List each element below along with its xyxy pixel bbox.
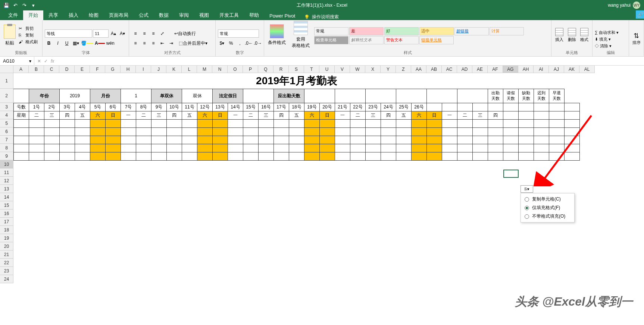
- cell[interactable]: [565, 144, 580, 152]
- col-header-Q[interactable]: Q: [258, 66, 273, 73]
- cell[interactable]: [228, 136, 243, 144]
- cell[interactable]: [14, 119, 29, 127]
- cell[interactable]: [473, 144, 488, 152]
- cell[interactable]: [167, 119, 182, 127]
- cell[interactable]: [182, 144, 197, 152]
- cell[interactable]: [90, 144, 106, 152]
- autofill-options-button[interactable]: ⎘ ▾: [520, 185, 533, 193]
- cell[interactable]: [14, 89, 29, 103]
- cell[interactable]: 应出勤天数: [274, 89, 304, 103]
- cell[interactable]: [473, 152, 488, 160]
- cell[interactable]: [381, 127, 396, 136]
- cell[interactable]: 六: [197, 111, 213, 119]
- cell[interactable]: [381, 152, 396, 160]
- comma-button[interactable]: ,: [236, 39, 244, 47]
- merge-button[interactable]: ⬚ 合并后居中 ▾: [176, 39, 210, 47]
- cell[interactable]: [90, 136, 106, 144]
- cell[interactable]: 10号: [167, 103, 182, 111]
- cell[interactable]: 早退 天数: [549, 89, 565, 103]
- cell[interactable]: [167, 127, 182, 136]
- cell[interactable]: [136, 127, 151, 136]
- cell[interactable]: [44, 136, 60, 144]
- cell[interactable]: [488, 103, 503, 111]
- cell[interactable]: [243, 89, 274, 103]
- increase-decimal-button[interactable]: .0←: [245, 39, 253, 47]
- cell[interactable]: [243, 144, 259, 152]
- col-header-X[interactable]: X: [365, 66, 381, 73]
- cell[interactable]: [320, 152, 335, 160]
- col-header-I[interactable]: I: [136, 66, 151, 73]
- cell[interactable]: 二: [136, 111, 151, 119]
- cell[interactable]: [136, 144, 151, 152]
- painter-button[interactable]: 🖌格式刷: [19, 39, 38, 45]
- cell[interactable]: [335, 144, 350, 152]
- col-header-B[interactable]: B: [29, 66, 44, 73]
- cell[interactable]: 日: [213, 111, 228, 119]
- col-header-K[interactable]: K: [166, 66, 182, 73]
- tab-file[interactable]: 文件: [3, 10, 23, 20]
- cell[interactable]: [44, 144, 60, 152]
- cell[interactable]: [29, 127, 44, 136]
- cell[interactable]: 23号: [366, 103, 381, 111]
- row-header-12[interactable]: 12: [0, 177, 13, 185]
- cell[interactable]: [427, 127, 442, 136]
- cell[interactable]: [304, 144, 320, 152]
- save-icon[interactable]: 💾: [3, 2, 10, 9]
- autosum-button[interactable]: ∑ 自动求和 ▾: [595, 30, 626, 35]
- cell[interactable]: [14, 127, 29, 136]
- cell[interactable]: [396, 152, 412, 160]
- cell[interactable]: [412, 152, 427, 160]
- wrap-text-button[interactable]: ↩ 自动换行: [172, 29, 198, 38]
- col-header-AK[interactable]: AK: [564, 66, 579, 73]
- cell[interactable]: [534, 111, 549, 119]
- cell[interactable]: [503, 103, 519, 111]
- cell[interactable]: [213, 152, 228, 160]
- cell[interactable]: [213, 127, 228, 136]
- row-header-2[interactable]: 2: [0, 89, 13, 103]
- cut-button[interactable]: ✂剪切: [19, 26, 38, 31]
- cell[interactable]: [259, 127, 274, 136]
- col-header-AF[interactable]: AF: [488, 66, 503, 73]
- cell[interactable]: [213, 136, 228, 144]
- row-header-9[interactable]: 9: [0, 152, 13, 160]
- cell[interactable]: [136, 136, 151, 144]
- cell[interactable]: [44, 127, 60, 136]
- cell[interactable]: [228, 127, 243, 136]
- cell[interactable]: [320, 127, 335, 136]
- row-header-5[interactable]: 5: [0, 119, 13, 127]
- cell[interactable]: [549, 127, 565, 136]
- cell[interactable]: [565, 103, 580, 111]
- cell[interactable]: [488, 144, 503, 152]
- cell[interactable]: 六: [304, 111, 320, 119]
- cell[interactable]: 5号: [90, 103, 106, 111]
- style-good[interactable]: 好: [384, 27, 419, 35]
- cell[interactable]: [503, 119, 519, 127]
- cell[interactable]: [335, 152, 350, 160]
- col-header-E[interactable]: E: [75, 66, 90, 73]
- cell[interactable]: 双休: [182, 89, 213, 103]
- cell[interactable]: [427, 89, 457, 103]
- cell[interactable]: [488, 119, 503, 127]
- cell[interactable]: 8号: [136, 103, 151, 111]
- cell[interactable]: [565, 136, 580, 144]
- cell[interactable]: 日: [320, 111, 335, 119]
- cell[interactable]: 22号: [350, 103, 366, 111]
- tab-data[interactable]: 数据: [154, 10, 174, 20]
- cell-styles-gallery[interactable]: 常规 差 好 适中 超链接 计算 检查单元格 解释性文本 警告文本 链接单元格: [314, 26, 549, 44]
- cell[interactable]: [197, 127, 213, 136]
- col-header-J[interactable]: J: [151, 66, 166, 73]
- cell[interactable]: [243, 127, 259, 136]
- cell[interactable]: 21号: [335, 103, 350, 111]
- col-header-AC[interactable]: AC: [442, 66, 457, 73]
- cell[interactable]: 二: [457, 111, 473, 119]
- cell[interactable]: [503, 136, 519, 144]
- col-header-T[interactable]: T: [304, 66, 319, 73]
- cell[interactable]: 四: [381, 111, 396, 119]
- cell[interactable]: [259, 144, 274, 152]
- tab-dev[interactable]: 开发工具: [214, 10, 244, 20]
- number-format-dropdown[interactable]: 常规: [218, 29, 259, 38]
- align-bottom-button[interactable]: ≡: [149, 29, 157, 38]
- cell[interactable]: [565, 127, 580, 136]
- cell[interactable]: [519, 127, 534, 136]
- cell[interactable]: [60, 136, 75, 144]
